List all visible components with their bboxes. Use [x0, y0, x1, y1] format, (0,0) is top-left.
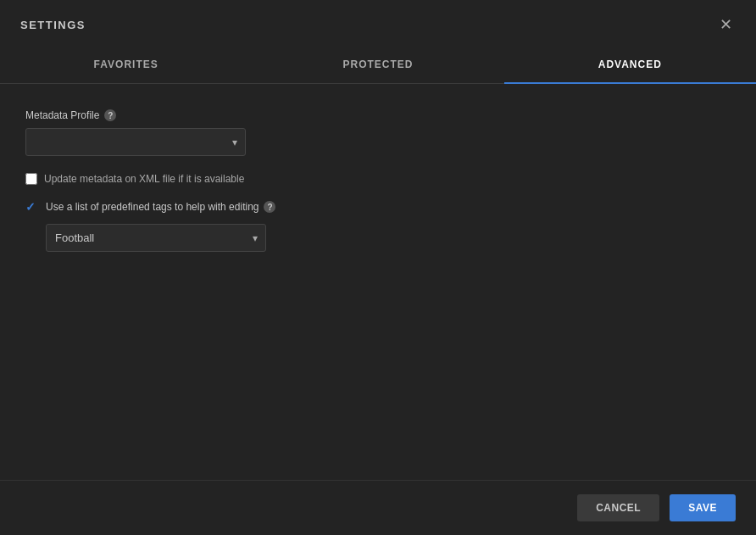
save-button[interactable]: SAVE [670, 494, 736, 521]
cancel-button[interactable]: CANCEL [577, 494, 659, 521]
metadata-profile-help-icon[interactable]: ? [104, 109, 116, 121]
modal-header: SETTINGS ✕ [0, 0, 756, 46]
update-metadata-row: Update metadata on XML file if it is ava… [25, 173, 731, 185]
tab-favorites[interactable]: FAVORITES [0, 47, 252, 84]
modal-title: SETTINGS [20, 19, 86, 31]
predefined-tags-select-wrapper: Football Baseball Basketball Soccer ▾ [46, 224, 266, 252]
metadata-profile-label: Metadata Profile ? [25, 109, 731, 121]
close-button[interactable]: ✕ [716, 15, 736, 34]
tabs-bar: FAVORITES PROTECTED ADVANCED [0, 46, 756, 84]
modal-body: Metadata Profile ? Default Custom ▾ Upda… [0, 84, 756, 480]
metadata-profile-select[interactable]: Default Custom [25, 128, 246, 156]
update-metadata-label[interactable]: Update metadata on XML file if it is ava… [44, 173, 244, 185]
settings-modal: SETTINGS ✕ FAVORITES PROTECTED ADVANCED … [0, 0, 756, 535]
predefined-tags-row: ✓ Use a list of predefined tags to help … [25, 200, 731, 214]
modal-footer: CANCEL SAVE [0, 480, 756, 535]
predefined-tags-select-wrapper-outer: Football Baseball Basketball Soccer ▾ [46, 224, 731, 252]
predefined-tags-label: Use a list of predefined tags to help wi… [46, 201, 275, 213]
metadata-profile-select-wrapper: Default Custom ▾ [25, 128, 246, 156]
predefined-tags-help-icon[interactable]: ? [264, 201, 275, 213]
tab-protected[interactable]: PROTECTED [252, 47, 503, 84]
predefined-tags-checkmark: ✓ [25, 200, 39, 214]
predefined-tags-select[interactable]: Football Baseball Basketball Soccer [46, 224, 266, 252]
update-metadata-checkbox[interactable] [25, 173, 37, 185]
tab-advanced[interactable]: ADVANCED [504, 47, 756, 84]
metadata-profile-group: Metadata Profile ? Default Custom ▾ [25, 109, 731, 156]
